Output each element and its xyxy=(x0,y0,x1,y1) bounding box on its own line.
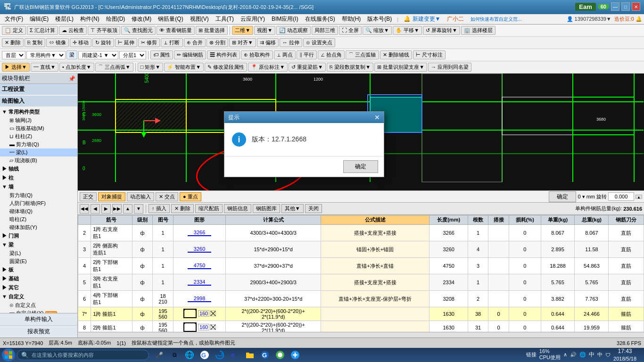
taskbar-up-arrow[interactable]: ∧ xyxy=(563,352,567,358)
menu-version[interactable]: 版本号(B) xyxy=(364,14,395,24)
modal-ok-button[interactable]: 确定 xyxy=(343,160,378,173)
sidebar-item-masonry[interactable]: 砌体墙(Q) xyxy=(0,207,77,215)
menu-bim[interactable]: BIM应用(I) xyxy=(269,14,301,24)
select-floor-button[interactable]: 🏢 选择楼层 xyxy=(461,26,495,35)
menu-component[interactable]: 构件(N) xyxy=(77,14,102,24)
taskbar-green-browser[interactable] xyxy=(273,348,287,362)
maximize-button[interactable]: □ xyxy=(621,2,630,11)
sidebar-group-foundation[interactable]: ▶ 基础 xyxy=(0,274,77,283)
sidebar-item-slab[interactable]: ▱ 现浇板(B) xyxy=(0,156,77,165)
sidebar-item-column[interactable]: ⊔ 柱柱(Z) xyxy=(0,132,77,140)
point-length-button[interactable]: • 点加长度▼ xyxy=(59,63,94,72)
break-button[interactable]: ⊥ 打断 xyxy=(161,38,182,47)
other-button[interactable]: 其他▼ xyxy=(281,204,304,213)
component-list-button[interactable]: ☰ 构件列表 xyxy=(207,50,240,59)
insert-button[interactable]: ↑ 插入 xyxy=(149,204,170,213)
pos-label-button[interactable]: 📍 原位标注▼ xyxy=(248,63,288,72)
rebar-info-button[interactable]: 钢筋信息 xyxy=(224,204,251,213)
sidebar-item-axis[interactable]: ⊞ 轴网(J) xyxy=(0,116,77,124)
osnap-button[interactable]: 对象捕捉 xyxy=(98,192,125,201)
dimension-button[interactable]: ⊢ 尺寸标注 xyxy=(413,50,446,59)
rebar-library-button[interactable]: 钢筋图库 xyxy=(253,204,280,213)
sidebar-group-wall[interactable]: ▼ 墙 xyxy=(0,182,77,191)
table-row[interactable]: 7* 1跨 箍筋1 ф 195560 160 2*((200-2*20)+(60… xyxy=(78,307,644,321)
apply-same-button[interactable]: → 应用到同名梁 xyxy=(428,63,471,72)
taskbar-network-icon[interactable]: 🌐 xyxy=(579,352,586,358)
two-point-button[interactable]: ⊥ 两点 xyxy=(274,50,296,59)
trim-button[interactable]: ✂ 修剪 xyxy=(138,38,160,47)
menu-draw[interactable]: 绘图(D) xyxy=(103,14,128,24)
2d-button[interactable]: 二维▼ xyxy=(232,26,253,35)
sidebar-item-shearwall2[interactable]: 剪力墙(Q) xyxy=(0,191,77,199)
merge-button[interactable]: ⊕ 合并 xyxy=(184,38,206,47)
menu-xiaoer[interactable]: 广小二 xyxy=(444,14,467,24)
align-top-button[interactable]: ⊤ 齐平板顶 xyxy=(88,26,120,35)
delete-button[interactable]: ✕ 删除 xyxy=(2,38,24,47)
grip-button[interactable]: ⊙ 设置夹点 xyxy=(303,38,335,47)
sidebar-item-airdefwall[interactable]: 人防门框墙(RF) xyxy=(0,199,77,207)
taskbar-ie-app[interactable] xyxy=(183,348,196,362)
menu-tip[interactable]: 如何快速布置自定义范... xyxy=(468,15,524,24)
confirm-button[interactable]: 确定 xyxy=(549,191,576,202)
sidebar-item-shearwall[interactable]: ▬ 剪力墙(Q) xyxy=(0,140,77,148)
taskbar-ie2[interactable]: e xyxy=(228,348,241,362)
rotate-input[interactable] xyxy=(608,192,634,201)
menu-file[interactable]: 文件(F) xyxy=(2,14,26,24)
menu-online[interactable]: 在线服务(S) xyxy=(302,14,338,24)
table-row[interactable]: 6 4跨 下部钢筋1 ф 18210 2998 37*d+2200+300-20… xyxy=(78,291,644,307)
nav-down-button[interactable]: ▼ xyxy=(134,204,143,214)
start-button[interactable] xyxy=(2,348,15,362)
table-row[interactable]: 4 2跨 下部钢筋1 ф 1 4750 37*d+2900+37*d 直锚+净长… xyxy=(78,258,644,274)
taskbar-clock[interactable]: 17:43 2018/5/18 xyxy=(613,348,636,362)
offset-button[interactable]: ⇉ 偏移 xyxy=(257,38,279,47)
taskbar-antivirus-icon[interactable]: 🛡 xyxy=(605,352,611,358)
view-rebar-button[interactable]: 👁 查看钢筋量 xyxy=(157,26,195,35)
extend-button[interactable]: ⊢ 延伸 xyxy=(115,38,137,47)
task-view-button[interactable]: ⧉ xyxy=(168,348,181,362)
property-button[interactable]: 🏷 属性 xyxy=(150,50,173,59)
nav-up-button[interactable]: ▲ xyxy=(123,204,132,214)
table-row[interactable]: 8 2跨 箍筋1 ф 195560 160 2*((200-2*20)+(600… xyxy=(78,321,644,332)
3d-button[interactable]: 视图▼ xyxy=(254,26,275,35)
fullscreen-button[interactable]: ⛶ 全屏 xyxy=(339,26,362,35)
sidebar-section-project[interactable]: 工程设置 xyxy=(0,84,77,95)
three-arc-button[interactable]: ⌒ 三点弧轴 xyxy=(346,50,379,59)
intersect-button[interactable]: ✕ 交点 xyxy=(156,192,178,201)
menu-help[interactable]: 帮助(H) xyxy=(339,14,364,24)
taskbar-speaker-icon[interactable]: 🔊 xyxy=(570,352,577,358)
sidebar-item-custom-line[interactable]: ━ 自定义线(X) NEW xyxy=(0,309,77,313)
floor-select[interactable]: 首层 xyxy=(2,51,25,59)
sidebar-group-axis[interactable]: ▶ 轴线 xyxy=(0,165,77,173)
table-row[interactable]: 2 1跨 右支座筋1 ф 1 3266 4300/3+400+4300/3 搭接… xyxy=(78,225,644,241)
pan-button[interactable]: ✋ 平移▼ xyxy=(393,26,422,35)
mirror-button[interactable]: ⇔ 镜像 xyxy=(46,38,69,47)
close-button[interactable]: ✕ xyxy=(632,2,640,11)
dynamic-obs-button[interactable]: 🔄 动态观察 xyxy=(276,26,311,35)
center-button[interactable]: ● 重点 xyxy=(180,192,201,201)
copy-button[interactable]: ⎘ 复制 xyxy=(25,38,45,47)
cloud-check-button[interactable]: ☁ 云检查 xyxy=(59,26,87,35)
move-button[interactable]: ✛ 移动 xyxy=(70,38,91,47)
sidebar-section-draw[interactable]: 绘图输入 xyxy=(0,96,77,107)
menu-modify[interactable]: 修改(M) xyxy=(129,14,154,24)
horizontal-scrollbar[interactable] xyxy=(78,332,644,337)
rotate-spin-up[interactable]: ▲ xyxy=(636,195,642,199)
smart-layout-button[interactable]: ⚡ 智能布置▼ xyxy=(164,63,204,72)
taskbar-search-box[interactable]: 🔍 在这里输入你要搜索的内容 xyxy=(17,350,149,360)
split-button[interactable]: ⊗ 分割 xyxy=(206,38,228,47)
menu-rebar-qty[interactable]: 钢筋量(Q) xyxy=(155,14,186,24)
sidebar-group-common[interactable]: ▼ 常用构件类型 xyxy=(0,107,77,116)
local-3d-button[interactable]: 局部三维 xyxy=(312,26,338,35)
zoom-button[interactable]: 🔍 缩放▼ xyxy=(363,26,392,35)
menu-tools[interactable]: 工具(T) xyxy=(213,14,237,24)
report-preview-button[interactable]: 报表预览 xyxy=(0,326,77,337)
menu-floor[interactable]: 楼层(L) xyxy=(52,14,76,24)
taskbar-ime-icon[interactable]: 中 xyxy=(597,351,603,358)
rotate-button[interactable]: ↺ 屏幕旋转▼ xyxy=(423,26,460,35)
single-component-button[interactable]: 单构件输入 xyxy=(0,313,77,326)
nav-next-button[interactable]: ▶ xyxy=(101,204,111,214)
re-extract-button[interactable]: ↺ 重提梁筋▼ xyxy=(289,63,326,72)
sidebar-group-slab[interactable]: ▶ 板 xyxy=(0,265,77,274)
sidebar-group-column2[interactable]: ▶ 柱 xyxy=(0,173,77,182)
sidebar-item-masonry-rebar[interactable]: 砌体加筋(Y) xyxy=(0,223,77,231)
